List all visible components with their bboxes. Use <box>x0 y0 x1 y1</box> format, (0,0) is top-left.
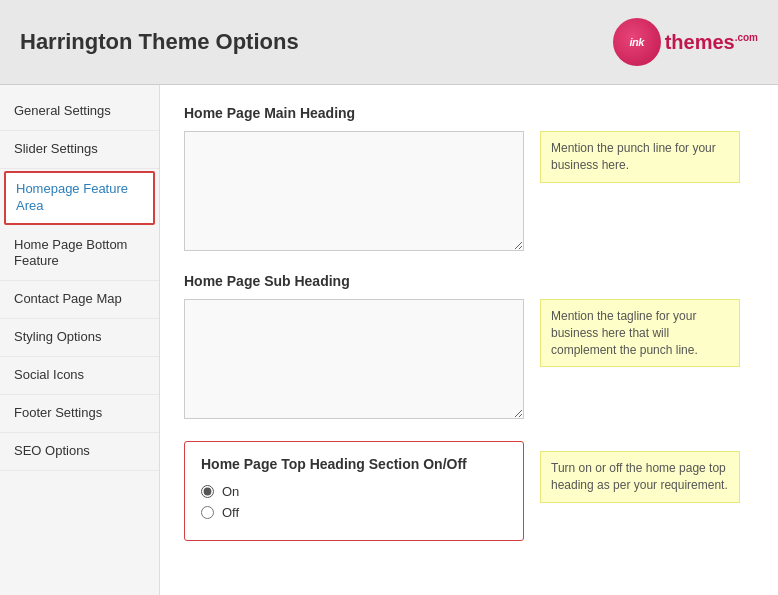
logo: ink themes.com <box>613 18 758 66</box>
sidebar: General Settings Slider Settings Homepag… <box>0 85 160 595</box>
sidebar-item-contact-page-map[interactable]: Contact Page Map <box>0 281 159 319</box>
logo-brand: themes <box>665 31 735 53</box>
sidebar-item-home-page-bottom-feature[interactable]: Home Page Bottom Feature <box>0 227 159 282</box>
sidebar-item-footer-settings[interactable]: Footer Settings <box>0 395 159 433</box>
sidebar-item-seo-options[interactable]: SEO Options <box>0 433 159 471</box>
radio-off-row: Off <box>201 505 507 520</box>
main-layout: General Settings Slider Settings Homepag… <box>0 85 778 595</box>
toggle-title: Home Page Top Heading Section On/Off <box>201 456 507 472</box>
sidebar-item-homepage-feature-area[interactable]: Homepage Feature Area <box>4 171 155 225</box>
sub-heading-textarea[interactable] <box>184 299 524 419</box>
toggle-row: Home Page Top Heading Section On/Off On … <box>184 441 754 541</box>
logo-icon: ink <box>613 18 661 66</box>
section1-title: Home Page Main Heading <box>184 105 754 121</box>
logo-initials: ink <box>629 36 643 48</box>
logo-com: .com <box>735 32 758 43</box>
main-heading-textarea[interactable] <box>184 131 524 251</box>
section1-hint: Mention the punch line for your business… <box>540 131 740 183</box>
sidebar-item-slider-settings[interactable]: Slider Settings <box>0 131 159 169</box>
radio-on-input[interactable] <box>201 485 214 498</box>
section2-title: Home Page Sub Heading <box>184 273 754 289</box>
toggle-section: Home Page Top Heading Section On/Off On … <box>184 441 524 541</box>
radio-off-label: Off <box>222 505 239 520</box>
radio-on-row: On <box>201 484 507 499</box>
app-header: Harrington Theme Options ink themes.com <box>0 0 778 85</box>
toggle-hint: Turn on or off the home page top heading… <box>540 451 740 503</box>
main-content: Home Page Main Heading Mention the punch… <box>160 85 778 595</box>
sidebar-item-social-icons[interactable]: Social Icons <box>0 357 159 395</box>
sidebar-item-general-settings[interactable]: General Settings <box>0 93 159 131</box>
section1-row: Mention the punch line for your business… <box>184 131 754 251</box>
section2-row: Mention the tagline for your business he… <box>184 299 754 419</box>
section2-hint: Mention the tagline for your business he… <box>540 299 740 367</box>
radio-on-label: On <box>222 484 239 499</box>
radio-off-input[interactable] <box>201 506 214 519</box>
logo-text: themes.com <box>665 31 758 54</box>
sidebar-item-styling-options[interactable]: Styling Options <box>0 319 159 357</box>
page-title: Harrington Theme Options <box>20 29 299 55</box>
